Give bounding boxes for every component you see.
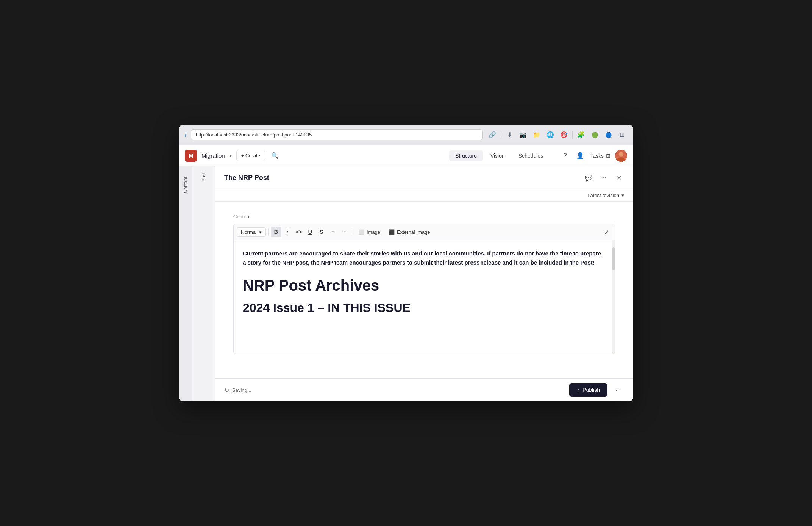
revision-chevron-icon: ▾ xyxy=(621,193,624,198)
search-icon[interactable]: 🔍 xyxy=(270,150,280,161)
nav-structure[interactable]: Structure xyxy=(449,150,483,161)
project-dropdown-icon[interactable]: ▾ xyxy=(230,153,232,158)
image-button[interactable]: ⬜ Image xyxy=(354,228,384,236)
editor-scrollbar-thumb[interactable] xyxy=(612,247,615,270)
panel-icon[interactable]: ⊞ xyxy=(617,130,627,140)
sidebar-tab-content[interactable]: Content xyxy=(180,172,191,197)
content-area: The NRP Post 💬 ··· ✕ Latest revision ▾ C… xyxy=(215,166,633,401)
nav-vision[interactable]: Vision xyxy=(484,150,511,161)
editor-area: Content Normal ▾ B i <> U xyxy=(215,202,633,378)
italic-button[interactable]: i xyxy=(282,227,293,237)
editor-heading-1: NRP Post Archives xyxy=(243,276,606,294)
post-panel-label[interactable]: Post xyxy=(201,172,206,182)
editor-scrollbar[interactable] xyxy=(612,240,615,354)
editor-paragraph: Current partners are encouraged to share… xyxy=(243,249,606,267)
publish-icon: ↑ xyxy=(577,387,579,393)
create-button[interactable]: + Create xyxy=(236,150,265,161)
external-image-button[interactable]: ⬛ External Image xyxy=(385,228,434,236)
style-dropdown[interactable]: Normal ▾ xyxy=(237,227,266,237)
underline-button[interactable]: U xyxy=(305,227,315,237)
app-header: M Migration ▾ + Create 🔍 Structure Visio… xyxy=(179,145,633,166)
revision-label: Latest revision xyxy=(587,193,619,198)
doc-header: The NRP Post 💬 ··· ✕ xyxy=(215,166,633,189)
more-options-icon[interactable]: ··· xyxy=(598,172,609,183)
divider xyxy=(501,131,501,139)
browser-toolbar-icons: 🔗 ⬇ 📷 📁 🌐 🎯 🧩 🟢 🔵 ⊞ xyxy=(487,130,627,140)
close-icon[interactable]: ✕ xyxy=(614,172,624,183)
style-label: Normal xyxy=(241,229,257,235)
user-avatar[interactable] xyxy=(615,150,627,162)
publish-label: Publish xyxy=(582,387,600,393)
project-name: Migration xyxy=(201,152,225,159)
strikethrough-button[interactable]: S xyxy=(316,227,327,237)
image-label: Image xyxy=(367,229,380,235)
rich-editor: Normal ▾ B i <> U S ≡ ··· xyxy=(233,224,615,354)
saving-indicator: ↻ Saving... xyxy=(224,387,251,394)
sidebar-tabs: Content xyxy=(179,166,192,401)
editor-toolbar: Normal ▾ B i <> U S ≡ ··· xyxy=(234,224,615,240)
bold-button[interactable]: B xyxy=(271,227,281,237)
toolbar-divider-2 xyxy=(352,228,352,236)
tasks-panel-icon: ⊡ xyxy=(606,153,611,159)
saving-label: Saving... xyxy=(232,387,251,393)
extension-icon-1[interactable]: 🟢 xyxy=(589,130,600,140)
list-button[interactable]: ≡ xyxy=(328,227,338,237)
more-formatting-button[interactable]: ··· xyxy=(339,227,350,237)
target-icon[interactable]: 🎯 xyxy=(559,130,569,140)
doc-header-actions: 💬 ··· ✕ xyxy=(583,172,624,183)
project-logo: M xyxy=(185,150,197,162)
puzzle-icon[interactable]: 🧩 xyxy=(576,130,586,140)
image-icon: ⬜ xyxy=(358,229,364,235)
browser-chrome: i http://localhost:3333/nasa/structure/p… xyxy=(179,125,633,145)
bottom-more-button[interactable]: ··· xyxy=(612,384,624,396)
download-icon[interactable]: ⬇ xyxy=(504,130,515,140)
main-nav: Structure Vision Schedules xyxy=(449,150,549,161)
revision-dropdown[interactable]: Latest revision ▾ xyxy=(587,193,624,198)
editor-scroll-area: Current partners are encouraged to share… xyxy=(234,240,615,354)
code-button[interactable]: <> xyxy=(294,227,304,237)
editor-content[interactable]: Current partners are encouraged to share… xyxy=(234,240,615,354)
revision-bar: Latest revision ▾ xyxy=(215,189,633,202)
info-icon: i xyxy=(185,132,186,138)
toolbar-divider-1 xyxy=(268,228,269,236)
browser-window: i http://localhost:3333/nasa/structure/p… xyxy=(179,125,633,401)
nav-schedules[interactable]: Schedules xyxy=(512,150,549,161)
extension-icon-2[interactable]: 🔵 xyxy=(603,130,614,140)
comment-icon[interactable]: 💬 xyxy=(583,172,594,183)
saving-icon: ↻ xyxy=(224,387,229,394)
bottom-bar: ↻ Saving... ↑ Publish ··· xyxy=(215,378,633,401)
link-icon[interactable]: 🔗 xyxy=(487,130,498,140)
post-panel: Post xyxy=(192,166,215,401)
camera-icon[interactable]: 📷 xyxy=(518,130,528,140)
collaborators-icon[interactable]: 👤 xyxy=(575,150,586,161)
editor-heading-2: 2024 Issue 1 – IN THIS ISSUE xyxy=(243,301,606,315)
tasks-button[interactable]: Tasks ⊡ xyxy=(590,153,611,159)
style-chevron-icon: ▾ xyxy=(259,229,262,235)
svg-point-1 xyxy=(619,152,623,157)
globe-icon[interactable]: 🌐 xyxy=(545,130,556,140)
header-actions: ? 👤 Tasks ⊡ xyxy=(560,150,627,162)
publish-button[interactable]: ↑ Publish xyxy=(569,383,607,397)
divider2 xyxy=(572,131,573,139)
doc-title: The NRP Post xyxy=(224,174,269,182)
editor-content-inner: Current partners are encouraged to share… xyxy=(243,249,606,315)
bottom-actions: ↑ Publish ··· xyxy=(569,383,624,397)
url-bar[interactable]: http://localhost:3333/nasa/structure/pos… xyxy=(191,129,483,140)
external-image-icon: ⬛ xyxy=(389,229,395,235)
external-image-label: External Image xyxy=(397,229,430,235)
help-icon[interactable]: ? xyxy=(560,150,570,161)
main-content: Content Post The NRP Post 💬 ··· ✕ Latest… xyxy=(179,166,633,401)
field-label: Content xyxy=(233,214,615,219)
italic-icon: i xyxy=(287,229,288,235)
folder-icon[interactable]: 📁 xyxy=(531,130,542,140)
expand-button[interactable]: ⤢ xyxy=(601,227,612,237)
tasks-label: Tasks xyxy=(590,153,604,159)
